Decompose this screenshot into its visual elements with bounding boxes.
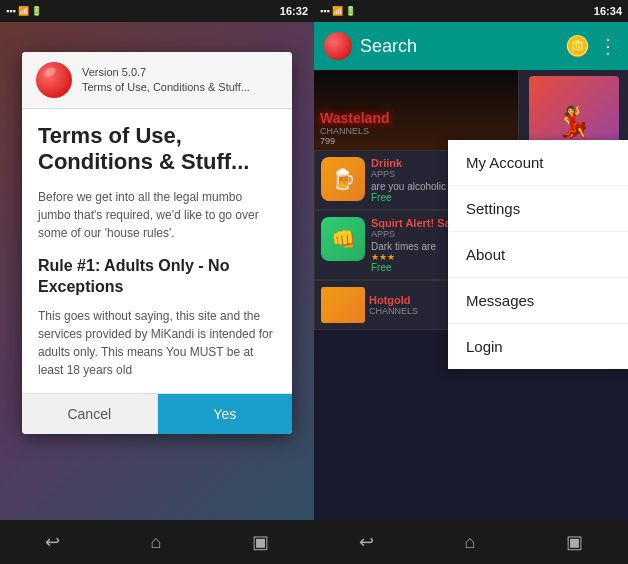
app-logo-right xyxy=(324,32,352,60)
wifi-icon-right: 📶 xyxy=(332,6,343,16)
hotgold-thumb xyxy=(321,287,365,323)
dialog-header-text: Version 5.0.7 Terms of Use, Conditions &… xyxy=(82,65,250,96)
wasteland-title: Wasteland xyxy=(320,110,512,126)
menu-item-login[interactable]: Login xyxy=(448,324,628,369)
drink-icon: 🍺 xyxy=(321,157,365,201)
status-icons-left: ▪▪▪ 📶 🔋 xyxy=(6,6,42,16)
menu-item-my-account[interactable]: My Account xyxy=(448,140,628,186)
yes-button[interactable]: Yes xyxy=(158,394,293,434)
dialog-backdrop: Version 5.0.7 Terms of Use, Conditions &… xyxy=(0,22,314,520)
battery-icon-right: 🔋 xyxy=(345,6,356,16)
cancel-button[interactable]: Cancel xyxy=(22,394,158,434)
status-time-left: 16:32 xyxy=(280,5,308,17)
status-bar-right: ▪▪▪ 📶 🔋 16:34 xyxy=(314,0,628,22)
menu-item-settings[interactable]: Settings xyxy=(448,186,628,232)
top-bar: Search 🪙 ⋮ xyxy=(314,22,628,70)
wifi-icon: 📶 xyxy=(18,6,29,16)
dialog-intro: Before we get into all the legal mumbo j… xyxy=(38,188,276,242)
dialog-title: Terms of Use, Conditions & Stuff... xyxy=(38,123,276,176)
menu-item-about[interactable]: About xyxy=(448,232,628,278)
battery-icon: 🔋 xyxy=(31,6,42,16)
wasteland-type: CHANNELS xyxy=(320,126,512,136)
nav-bar-right: ↩ ⌂ ▣ xyxy=(314,520,628,564)
dialog-version: Version 5.0.7 xyxy=(82,65,250,80)
hotgold-type: CHANNELS xyxy=(369,306,418,316)
search-label[interactable]: Search xyxy=(360,36,557,57)
dialog-body: Terms of Use, Conditions & Stuff... Befo… xyxy=(22,109,292,393)
menu-button[interactable]: ⋮ xyxy=(598,34,618,58)
signal-icon: ▪▪▪ xyxy=(6,6,16,16)
content-area: Wasteland CHANNELS 799 🍺 Driink APPS are… xyxy=(314,70,628,564)
dialog-header: Version 5.0.7 Terms of Use, Conditions &… xyxy=(22,52,292,109)
dialog-rule-heading: Rule #1: Adults Only - No Exceptions xyxy=(38,256,276,298)
dialog-rule-text: This goes without saying, this site and … xyxy=(38,307,276,379)
menu-item-messages[interactable]: Messages xyxy=(448,278,628,324)
dialog-header-subtitle: Terms of Use, Conditions & Stuff... xyxy=(82,80,250,95)
status-bar-left: ▪▪▪ 📶 🔋 16:32 xyxy=(0,0,314,22)
back-button-right[interactable]: ↩ xyxy=(359,531,374,553)
back-button-left[interactable]: ↩ xyxy=(45,531,60,553)
wasteland-card: Wasteland CHANNELS 799 xyxy=(314,70,518,150)
status-time-right: 16:34 xyxy=(594,5,622,17)
recents-button-left[interactable]: ▣ xyxy=(252,531,269,553)
right-panel: ▪▪▪ 📶 🔋 16:34 Search 🪙 ⋮ Wasteland CHANN… xyxy=(314,0,628,564)
hotgold-info: Hotgold CHANNELS xyxy=(369,294,418,316)
home-button-left[interactable]: ⌂ xyxy=(151,532,162,553)
terms-dialog: Version 5.0.7 Terms of Use, Conditions &… xyxy=(22,52,292,434)
home-button-right[interactable]: ⌂ xyxy=(465,532,476,553)
dialog-actions: Cancel Yes xyxy=(22,393,292,434)
recents-button-right[interactable]: ▣ xyxy=(566,531,583,553)
status-icons-right: ▪▪▪ 📶 🔋 xyxy=(320,6,356,16)
nav-bar-left: ↩ ⌂ ▣ xyxy=(0,520,314,564)
coin-icon: 🪙 xyxy=(565,34,590,58)
left-panel: ▪▪▪ 📶 🔋 16:32 Version 5.0.7 Terms of Use… xyxy=(0,0,314,564)
app-logo xyxy=(36,62,72,98)
dropdown-menu: My Account Settings About Messages Login xyxy=(448,140,628,369)
squirt-icon: 👊 xyxy=(321,217,365,261)
signal-icon-right: ▪▪▪ xyxy=(320,6,330,16)
hotgold-name: Hotgold xyxy=(369,294,418,306)
